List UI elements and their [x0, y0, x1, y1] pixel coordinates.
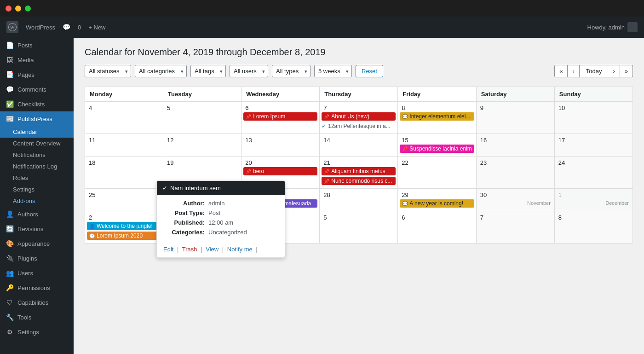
event-pellentesque[interactable]: ✓12am Pellentesque in a... — [322, 122, 396, 130]
users-filter[interactable]: All users — [230, 65, 268, 77]
cell-dec-7: 7 — [476, 211, 554, 244]
sidebar-item-permissions[interactable]: 🔑 Permissions — [0, 280, 74, 295]
today-button[interactable]: Today — [580, 65, 609, 77]
weeks-filter[interactable]: 5 weeks — [314, 65, 352, 77]
tags-filter-wrapper: All tags — [190, 65, 226, 77]
event-aliquam[interactable]: 📌Aliquam finibus metus — [322, 167, 396, 175]
types-filter[interactable]: All types — [272, 65, 310, 77]
day-header-thursday: Thursday — [320, 87, 398, 102]
tooltip-actions: Edit | Trash | View | Notify me | — [157, 243, 285, 257]
pin-icon: 📌 — [246, 114, 251, 119]
types-filter-wrapper: All types — [272, 65, 310, 77]
event-nunc[interactable]: 📌Nunc commodo risus c... — [322, 177, 396, 185]
tooltip-author-row: Author: admin — [163, 200, 278, 207]
sidebar-item-users[interactable]: 👥 Users — [0, 266, 74, 280]
sidebar-sub-settings[interactable]: Settings — [0, 184, 74, 195]
sidebar-item-capabilities[interactable]: 🛡 Capabilities — [0, 295, 74, 310]
cell-nov-11: 11 — [85, 134, 163, 157]
sidebar-item-revisions[interactable]: 🔄 Revisions — [0, 221, 74, 236]
next-button[interactable]: › — [608, 65, 620, 77]
sidebar-item-pages[interactable]: 📑 Pages — [0, 67, 74, 82]
day-header-wednesday: Wednesday — [242, 87, 320, 102]
user-icon: 👤 — [89, 224, 95, 229]
posts-icon: 📄 — [6, 41, 14, 49]
cell-dec-6: 6 — [398, 211, 476, 244]
day-header-sunday: Sunday — [554, 87, 632, 102]
sidebar-sub-add-ons[interactable]: Add-ons — [0, 195, 74, 207]
comments-nav-icon: 💬 — [6, 86, 14, 93]
media-icon: 🖼 — [6, 56, 14, 64]
event-about-us[interactable]: 📌About Us (new) — [322, 112, 396, 121]
statuses-filter-wrapper: All statuses — [85, 65, 131, 77]
december-label: December — [557, 199, 631, 207]
maximize-button[interactable] — [25, 6, 31, 12]
sidebar-item-posts[interactable]: 📄 Posts — [0, 38, 74, 52]
site-name[interactable]: WordPress — [26, 24, 55, 31]
event-jungle[interactable]: 👤Welcome to the jungle! — [87, 222, 161, 230]
sidebar-item-tools[interactable]: 🔧 Tools — [0, 310, 74, 325]
sidebar-item-authors[interactable]: 👤 Authors — [0, 207, 74, 221]
users-filter-wrapper: All users — [230, 65, 268, 77]
publishpress-icon: 📰 — [6, 115, 14, 122]
pin-icon-2: 📌 — [324, 114, 329, 119]
divider-3: | — [222, 246, 224, 253]
cell-nov-13: 13 — [242, 134, 320, 157]
sidebar-sub-notifications-log[interactable]: Notifications Log — [0, 161, 74, 172]
published-label: Published: — [163, 219, 205, 226]
tooltip-categories-row: Categories: Uncategorized — [163, 229, 278, 236]
last-page-button[interactable]: » — [620, 65, 633, 77]
checklists-icon: ✅ — [6, 100, 14, 108]
event-suspendisse[interactable]: 📌Suspendisse lacinia enim — [400, 145, 474, 153]
view-link[interactable]: View — [206, 246, 218, 253]
sidebar-sub-content-overview[interactable]: Content Overview — [0, 138, 74, 149]
comment-count: 0 — [78, 24, 81, 31]
event-integer[interactable]: 💬Integer elementum elei... — [400, 112, 474, 121]
filter-bar: All statuses All categories All tags All… — [85, 65, 633, 77]
new-button[interactable]: + New — [88, 24, 105, 31]
sidebar-sub-notifications[interactable]: Notifications — [0, 149, 74, 161]
tooltip-published-row: Published: 12:00 am — [163, 219, 278, 226]
event-lorem-ipsum[interactable]: 📌Lorem Ipsum — [243, 112, 317, 121]
pin-icon-6: 📌 — [324, 179, 329, 184]
sidebar-sub-roles[interactable]: Roles — [0, 172, 74, 184]
event-bero[interactable]: 📌bero — [243, 167, 317, 175]
cell-nov-25: 25 — [85, 189, 163, 211]
calendar-week-1: 4 5 6 📌Lorem Ipsum 7 📌About Us (new) ✓12… — [85, 102, 633, 134]
wp-logo[interactable]: W — [6, 21, 18, 33]
tags-filter[interactable]: All tags — [190, 65, 226, 77]
sidebar-item-comments[interactable]: 💬 Comments — [0, 82, 74, 97]
first-page-button[interactable]: « — [554, 65, 568, 77]
categories-filter-wrapper: All categories — [135, 65, 187, 77]
day-header-tuesday: Tuesday — [163, 87, 242, 102]
sidebar-item-plugins[interactable]: 🔌 Plugins — [0, 251, 74, 266]
cell-nov-6: 6 📌Lorem Ipsum — [242, 102, 320, 134]
statuses-filter[interactable]: All statuses — [85, 65, 131, 77]
sidebar-sub-calendar[interactable]: Calendar — [0, 126, 74, 138]
sidebar-item-media[interactable]: 🖼 Media — [0, 52, 74, 67]
comments-icon[interactable]: 💬 — [63, 23, 70, 31]
tools-icon: 🔧 — [6, 313, 14, 321]
authors-icon: 👤 — [6, 210, 14, 218]
cell-nov-9: 9 — [476, 102, 554, 134]
prev-button[interactable]: ‹ — [568, 65, 579, 77]
cell-nov-28: 28 — [320, 189, 398, 211]
notify-link[interactable]: Notify me — [227, 246, 253, 253]
sidebar-item-checklists[interactable]: ✅ Checklists — [0, 97, 74, 111]
trash-link[interactable]: Trash — [182, 246, 197, 253]
reset-button[interactable]: Reset — [356, 65, 383, 77]
event-lorem-2020[interactable]: 🕐Lorem Ipsum 2020 — [87, 232, 161, 240]
check-icon: ✓ — [322, 123, 326, 129]
event-new-year[interactable]: 💬A new year is coming! — [400, 199, 474, 208]
categories-label: Categories: — [163, 229, 205, 236]
sidebar-item-settings2[interactable]: ⚙ Settings — [0, 325, 74, 339]
edit-link[interactable]: Edit — [163, 246, 173, 253]
sidebar-item-appearance[interactable]: 🎨 Appearance — [0, 236, 74, 251]
sidebar-item-publishpress[interactable]: 📰 PublishPress — [0, 111, 74, 126]
avatar — [627, 22, 638, 32]
cell-dec-1: 1 December — [554, 189, 632, 211]
minimize-button[interactable] — [15, 6, 21, 12]
sidebar: 📄 Posts 🖼 Media 📑 Pages 💬 Comments ✅ Che… — [0, 38, 74, 354]
chat-icon-2: 💬 — [402, 201, 408, 206]
categories-filter[interactable]: All categories — [135, 65, 187, 77]
close-button[interactable] — [6, 6, 12, 12]
